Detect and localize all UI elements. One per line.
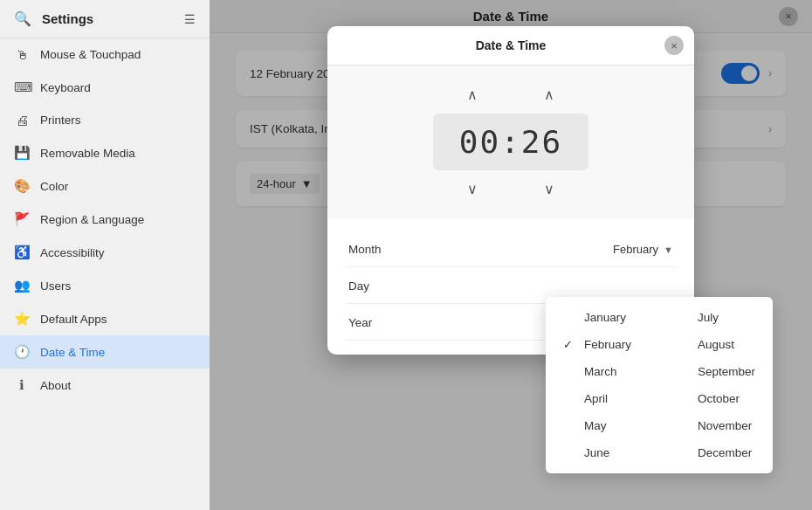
sidebar-item-color[interactable]: 🎨 Color	[0, 169, 210, 203]
sidebar-item-users[interactable]: 👥 Users	[0, 269, 210, 302]
month-item-march[interactable]: March	[546, 358, 659, 385]
june-label: June	[584, 446, 609, 459]
month-label: Month	[348, 243, 382, 256]
month-item-june[interactable]: June	[546, 439, 659, 466]
november-label: November	[698, 419, 752, 432]
sidebar-item-label: Accessibility	[40, 246, 105, 259]
sidebar-title: Settings	[42, 11, 93, 26]
time-arrows-bottom: ∨ ∨	[460, 177, 561, 201]
sidebar-item-label: About	[40, 379, 71, 392]
february-label: February	[584, 338, 631, 351]
month-item-august[interactable]: August	[659, 331, 773, 358]
february-check-icon: ✓	[563, 338, 577, 351]
sidebar-item-label: Printers	[40, 114, 81, 127]
main-content: Date & Time × 12 February 2023, 00:26 › …	[210, 0, 812, 510]
november-check-icon	[677, 419, 691, 432]
month-dropdown-menu: January July ✓ February August	[546, 297, 773, 473]
sidebar-item-label: Keyboard	[40, 81, 91, 94]
dialog-header: Date & Time ×	[327, 26, 694, 65]
hours-down-button[interactable]: ∨	[460, 177, 485, 201]
color-icon: 🎨	[14, 178, 30, 194]
sidebar-item-region-language[interactable]: 🚩 Region & Language	[0, 203, 210, 236]
sidebar-item-label: Color	[40, 180, 68, 193]
month-item-december[interactable]: December	[659, 439, 773, 466]
december-check-icon	[677, 446, 691, 459]
month-grid: January July ✓ February August	[546, 304, 773, 466]
august-check-icon	[677, 338, 691, 351]
sidebar-header: 🔍 Settings ☰	[0, 0, 210, 38]
dialog-overlay: Date & Time × ∧ ∧ 00:26 ∨ ∨ Month	[210, 0, 812, 510]
april-label: April	[584, 392, 608, 405]
august-label: August	[698, 338, 734, 351]
month-item-april[interactable]: April	[546, 385, 659, 412]
month-item-september[interactable]: September	[659, 358, 773, 385]
sidebar-item-label: Users	[40, 279, 71, 293]
june-check-icon	[563, 446, 577, 459]
sidebar-item-date-time[interactable]: 🕐 Date & Time	[0, 335, 210, 369]
may-label: May	[584, 419, 607, 432]
sidebar-item-default-apps[interactable]: ⭐ Default Apps	[0, 302, 210, 335]
month-field-row: Month February ▼	[345, 232, 677, 267]
sidebar-item-label: Mouse & Touchpad	[40, 48, 141, 61]
sidebar-item-printers[interactable]: 🖨 Printers	[0, 104, 210, 136]
july-check-icon	[677, 311, 691, 324]
year-label: Year	[348, 316, 372, 329]
sidebar-item-keyboard[interactable]: ⌨ Keyboard	[0, 71, 210, 104]
minutes-up-button[interactable]: ∧	[537, 83, 561, 107]
january-label: January	[584, 311, 626, 324]
month-item-january[interactable]: January	[546, 304, 659, 331]
time-section: ∧ ∧ 00:26 ∨ ∨	[327, 65, 694, 218]
september-label: September	[698, 365, 755, 378]
hours-up-button[interactable]: ∧	[460, 83, 485, 107]
info-icon: ℹ	[14, 377, 30, 393]
month-dropdown-trigger[interactable]: February ▼	[613, 243, 673, 256]
sidebar-item-mouse-touchpad[interactable]: 🖱 Mouse & Touchpad	[0, 38, 210, 71]
sidebar-item-label: Default Apps	[40, 313, 107, 326]
printer-icon: 🖨	[14, 113, 30, 128]
october-check-icon	[677, 392, 691, 405]
dialog-title: Date & Time	[476, 38, 547, 52]
march-check-icon	[563, 365, 577, 378]
may-check-icon	[563, 419, 577, 432]
december-label: December	[698, 446, 752, 459]
month-item-february[interactable]: ✓ February	[546, 331, 659, 358]
march-label: March	[584, 365, 617, 378]
sidebar-item-label: Date & Time	[40, 346, 105, 359]
users-icon: 👥	[14, 278, 30, 293]
april-check-icon	[563, 392, 577, 405]
sidebar: 🔍 Settings ☰ 🖱 Mouse & Touchpad ⌨ Keyboa…	[0, 0, 210, 510]
month-item-may[interactable]: May	[546, 412, 659, 439]
month-item-october[interactable]: October	[659, 385, 773, 412]
minutes-display: 26	[521, 124, 562, 160]
menu-icon[interactable]: ☰	[184, 12, 196, 26]
keyboard-icon: ⌨	[14, 79, 30, 95]
sidebar-item-accessibility[interactable]: ♿ Accessibility	[0, 236, 210, 269]
october-label: October	[698, 392, 740, 405]
month-item-november[interactable]: November	[659, 412, 773, 439]
day-label: Day	[348, 279, 369, 293]
search-icon[interactable]: 🔍	[14, 10, 31, 27]
january-check-icon	[563, 311, 577, 324]
july-label: July	[698, 311, 719, 324]
minutes-down-button[interactable]: ∨	[537, 177, 561, 201]
month-dropdown-arrow-icon: ▼	[664, 245, 673, 255]
time-display: 00:26	[433, 114, 588, 170]
hours-display: 00	[459, 124, 500, 160]
month-item-july[interactable]: July	[659, 304, 773, 331]
dialog-close-button[interactable]: ×	[664, 36, 684, 55]
date-time-dialog: Date & Time × ∧ ∧ 00:26 ∨ ∨ Month	[327, 26, 694, 355]
region-icon: 🚩	[14, 211, 30, 227]
sidebar-item-label: Removable Media	[40, 147, 135, 160]
mouse-icon: 🖱	[14, 47, 30, 62]
sidebar-item-label: Region & Language	[40, 213, 144, 226]
time-arrows-top: ∧ ∧	[460, 83, 561, 107]
clock-icon: 🕐	[14, 344, 30, 360]
time-separator: :	[500, 124, 521, 160]
removable-media-icon: 💾	[14, 145, 30, 161]
accessibility-icon: ♿	[14, 245, 30, 260]
sidebar-item-about[interactable]: ℹ About	[0, 369, 210, 402]
star-icon: ⭐	[14, 311, 30, 327]
september-check-icon	[677, 365, 691, 378]
month-value: February	[613, 243, 658, 256]
sidebar-item-removable-media[interactable]: 💾 Removable Media	[0, 136, 210, 169]
